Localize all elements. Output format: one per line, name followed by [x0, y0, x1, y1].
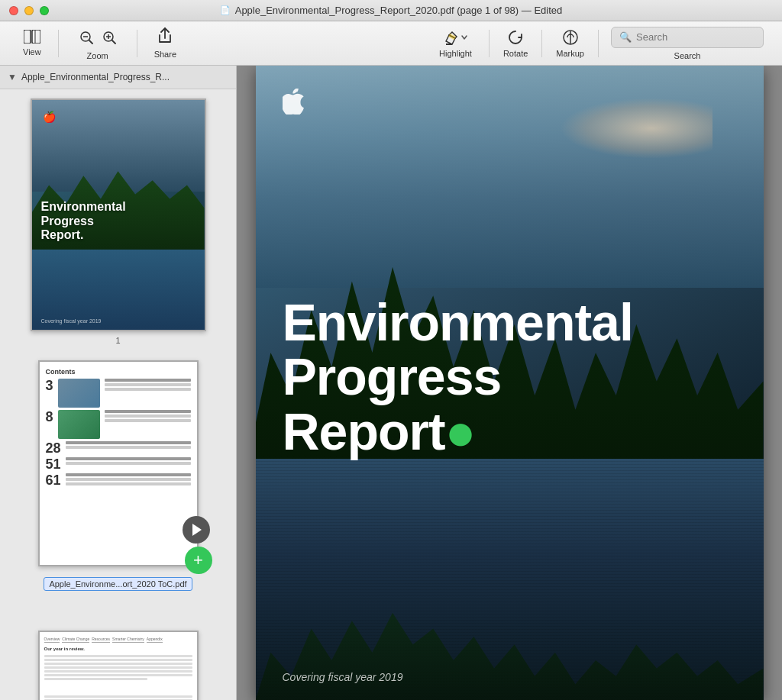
- thumb3-tab-1: Overview: [44, 637, 60, 643]
- pdf-title-dot: ●: [445, 402, 476, 460]
- toolbar-separator-2: [137, 30, 137, 57]
- title-text: Apple_Environmental_Progress_Report_2020…: [235, 5, 563, 16]
- pdf-page-1: Environmental Progress Report● Covering …: [256, 66, 764, 700]
- share-label: Share: [154, 50, 176, 59]
- share-icon: [157, 27, 173, 47]
- thumbnail-page-2-wrapper: Contents 3 8: [0, 351, 236, 621]
- page-number-1: 1: [115, 336, 120, 345]
- search-box[interactable]: 🔍: [611, 27, 764, 48]
- text-line: [66, 441, 191, 444]
- text-line: [105, 410, 191, 413]
- toolbar: View Zoom: [0, 21, 782, 66]
- thumbnail-page-1[interactable]: 🍎 EnvironmentalProgressReport. Covering …: [0, 89, 236, 351]
- contents-text-5: [66, 473, 191, 487]
- text-line: [105, 379, 191, 382]
- pdf-clouds: [560, 98, 713, 159]
- contents-row-3: 28: [46, 441, 191, 455]
- sidebar-header: ▼ Apple_Environmental_Progress_R...: [0, 66, 236, 89]
- body-line: [44, 663, 192, 665]
- text-line: [66, 473, 191, 476]
- main-content: ▼ Apple_Environmental_Progress_R... 🍎 En…: [0, 66, 782, 700]
- pdf-caption: Covering fiscal year 2019: [283, 671, 403, 683]
- page-num-61: 61: [46, 473, 61, 487]
- text-line: [66, 478, 191, 481]
- thumbnail-page-3[interactable]: Overview Climate Change Resources Smarte…: [0, 621, 236, 700]
- contents-row-1: 3: [46, 379, 191, 408]
- pdf-title-line1: Environmental: [283, 293, 633, 351]
- thumb3-tab-5: Appendix: [147, 637, 163, 643]
- cover-title-thumb: EnvironmentalProgressReport.: [41, 200, 126, 242]
- thumbnail-2-image[interactable]: Contents 3 8: [38, 360, 199, 566]
- apple-logo-pdf: [283, 89, 304, 120]
- sidebar-filename: Apple_Environmental_Progress_R...: [21, 72, 228, 82]
- markup-label: Markup: [556, 49, 584, 58]
- toolbar-separator-4: [541, 30, 542, 57]
- svg-rect-1: [32, 30, 40, 44]
- thumb3-heading: Our year in review.: [44, 646, 192, 653]
- rotate-button[interactable]: Rotate: [496, 29, 535, 58]
- next-page-button[interactable]: [183, 516, 210, 544]
- search-icon: 🔍: [619, 31, 632, 43]
- maximize-button[interactable]: [40, 6, 49, 15]
- toolbar-separator-3: [489, 30, 490, 57]
- text-line: [105, 415, 191, 418]
- page-num-51: 51: [46, 457, 61, 471]
- thumb3-body: Our year in review.: [44, 646, 192, 700]
- search-label: Search: [674, 51, 701, 60]
- search-area: 🔍 Search: [605, 27, 770, 60]
- view-label: View: [23, 47, 41, 56]
- svg-rect-0: [24, 30, 31, 44]
- zoom-out-button[interactable]: [76, 27, 97, 48]
- thumbnail-page-2-container: Contents 3 8: [38, 360, 199, 566]
- cover-thumb: 🍎 EnvironmentalProgressReport. Covering …: [32, 100, 205, 330]
- text-line: [105, 388, 191, 391]
- pdf-main-view: Environmental Progress Report● Covering …: [237, 66, 782, 700]
- text-line: [66, 457, 191, 460]
- highlight-button[interactable]: Highlight: [428, 29, 483, 58]
- sidebar-chevron-icon[interactable]: ▼: [8, 72, 17, 82]
- zoom-group: Zoom: [65, 27, 131, 60]
- thumb3-tab-3: Resources: [92, 637, 110, 643]
- contents-img-1: [58, 379, 100, 408]
- window-title: 📄 Apple_Environmental_Progress_Report_20…: [220, 5, 563, 16]
- pdf-cover-title: Environmental Progress Report●: [283, 295, 633, 459]
- cover-subtitle-thumb: Covering fiscal year 2019: [41, 318, 102, 324]
- apple-logo-thumb: 🍎: [43, 111, 56, 123]
- zoom-label: Zoom: [87, 51, 108, 60]
- thumb3-text-area: Our year in review.: [44, 646, 192, 700]
- minimize-button[interactable]: [24, 6, 34, 15]
- contents-text-3: [66, 441, 191, 455]
- body-line: [44, 695, 192, 698]
- pdf-title-line3: Report: [283, 402, 445, 460]
- svg-line-5: [89, 40, 92, 44]
- text-line: [66, 482, 191, 485]
- text-line: [66, 462, 191, 465]
- add-page-button[interactable]: +: [185, 547, 212, 574]
- highlight-label: Highlight: [439, 49, 472, 58]
- body-line: [44, 666, 192, 669]
- view-icon: [24, 30, 40, 46]
- title-bar: 📄 Apple_Environmental_Progress_Report_20…: [0, 0, 782, 21]
- toolbar-separator-1: [58, 30, 59, 57]
- view-button[interactable]: View: [12, 30, 52, 56]
- contents-row-4: 51: [46, 457, 191, 471]
- zoom-in-button[interactable]: [99, 27, 120, 48]
- share-button[interactable]: Share: [144, 27, 187, 59]
- page-num-8: 8: [46, 410, 53, 439]
- contents-text-4: [66, 457, 191, 471]
- toolbar-separator-5: [598, 30, 599, 57]
- rotate-label: Rotate: [503, 49, 528, 58]
- contents-text-2: [105, 410, 191, 439]
- search-input[interactable]: [636, 31, 755, 43]
- sidebar: ▼ Apple_Environmental_Progress_R... 🍎 En…: [0, 66, 237, 700]
- thumb3-tab-2: Climate Change: [62, 637, 89, 643]
- body-line: [44, 659, 192, 661]
- contents-row-5: 61: [46, 473, 191, 487]
- thumb3-tabs: Overview Climate Change Resources Smarte…: [44, 637, 192, 643]
- body-line: [44, 678, 148, 680]
- contents-text-1: [105, 379, 191, 408]
- close-button[interactable]: [9, 6, 18, 15]
- text-line: [66, 446, 191, 449]
- pdf-file-icon: 📄: [220, 5, 231, 15]
- markup-button[interactable]: Markup: [548, 29, 592, 58]
